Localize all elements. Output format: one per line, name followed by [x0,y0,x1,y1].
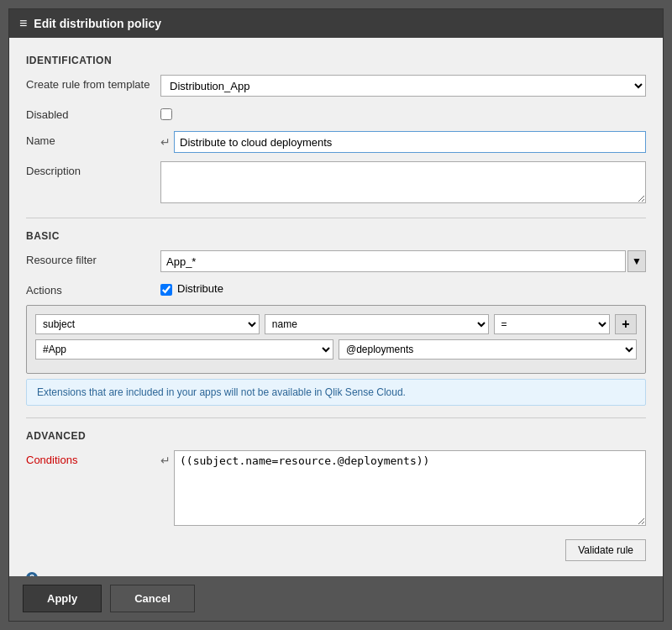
help-link-row: ? Link to Qlik Sense help about security… [26,568,646,576]
dialog-footer: Apply Cancel [9,576,663,621]
condition-subject-select[interactable]: subject [35,314,260,334]
condition-eq-select[interactable]: = [494,314,610,334]
disabled-row: Disabled [26,105,646,123]
add-condition-btn[interactable]: + [615,314,637,334]
name-control: ↵ [160,131,646,153]
distribute-label: Distribute [177,282,223,295]
conditions-input[interactable]: ((subject.name=resource.@deployments)) [174,450,646,526]
resource-filter-input[interactable] [160,250,626,272]
template-select[interactable]: Distribution_App [160,75,646,97]
conditions-row: Conditions ↵ ((subject.name=resource.@de… [26,450,646,526]
name-label: Name [26,131,160,147]
identification-title: IDENTIFICATION [26,55,646,66]
basic-title: BASIC [26,230,646,242]
advanced-section: ADVANCED Conditions ↵ ((subject.name=res… [26,430,646,576]
resource-filter-row: Resource filter ▼ [26,250,646,272]
condition-row-2: #App @deployments [35,339,637,360]
disabled-label: Disabled [26,105,160,121]
name-input[interactable] [174,131,646,153]
header-icon: ≡ [19,16,27,31]
divider-2 [26,417,646,418]
conditions-control: ↵ ((subject.name=resource.@deployments)) [160,450,646,526]
disabled-control [160,105,646,123]
validate-rule-btn[interactable]: Validate rule [565,539,646,561]
disabled-checkbox[interactable] [160,108,172,120]
description-control [160,161,646,206]
advanced-title: ADVANCED [26,430,646,442]
condition-deployments-select[interactable]: @deployments [339,339,637,360]
resource-filter-label: Resource filter [26,250,160,266]
description-label: Description [26,161,160,177]
identification-section: IDENTIFICATION Create rule from template… [26,55,646,206]
conditions-label: Conditions [26,450,160,466]
description-input[interactable] [160,161,646,203]
validate-area: Validate rule [26,534,646,561]
info-banner: Extensions that are included in your app… [26,379,646,406]
condition-name-select[interactable]: name [265,314,489,334]
name-row: Name ↵ [26,131,646,153]
resource-filter-control: ▼ [160,250,646,272]
template-label: Create rule from template [26,75,160,91]
dialog-header: ≡ Edit distribution policy [9,9,663,38]
template-control: Distribution_App [160,75,646,97]
actions-row: Actions Distribute [26,281,646,297]
name-undo-icon[interactable]: ↵ [160,135,171,149]
basic-section: BASIC Resource filter ▼ Actions Distr [26,230,646,406]
actions-label: Actions [26,281,160,297]
dialog-body: IDENTIFICATION Create rule from template… [9,38,663,576]
distribute-checkbox[interactable] [160,284,172,296]
description-row: Description [26,161,646,206]
condition-app-select[interactable]: #App [35,339,333,360]
condition-row-1: subject name = + [35,314,637,334]
edit-distribution-policy-dialog: ≡ Edit distribution policy IDENTIFICATIO… [8,8,664,622]
cancel-button[interactable]: Cancel [110,585,195,612]
actions-control: Distribute [160,281,646,296]
dialog-title: Edit distribution policy [34,17,161,30]
condition-box: subject name = + #App [26,305,646,374]
divider-1 [26,218,646,218]
resource-filter-expand-btn[interactable]: ▼ [627,250,646,272]
template-row: Create rule from template Distribution_A… [26,75,646,97]
conditions-undo-icon[interactable]: ↵ [160,454,171,467]
apply-button[interactable]: Apply [23,585,102,612]
info-text: Extensions that are included in your app… [37,386,406,398]
